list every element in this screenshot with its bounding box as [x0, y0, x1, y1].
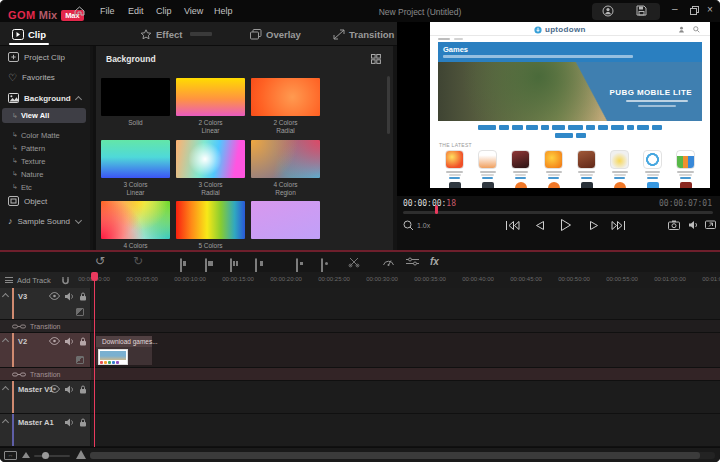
close-button[interactable]: ×: [707, 5, 713, 15]
background-card-5colors[interactable]: 5 Colors: [176, 201, 245, 250]
menu-help[interactable]: Help: [214, 6, 233, 16]
track-lock-icon[interactable]: [79, 292, 87, 301]
background-card-violet[interactable]: [251, 201, 320, 242]
playhead-handle[interactable]: [91, 272, 98, 281]
tab-clip[interactable]: Clip: [12, 22, 46, 46]
track-visibility-icon[interactable]: [49, 337, 60, 345]
timeline-zoom-handle[interactable]: [42, 452, 49, 459]
timeline-ruler[interactable]: Add Track 00:00:00:00 00:00:05:00 00:00:…: [0, 272, 720, 288]
blend-mode-icon[interactable]: [76, 308, 84, 316]
undo-button[interactable]: ↺: [95, 255, 105, 268]
split-clip-button[interactable]: [348, 256, 360, 268]
menu-clip[interactable]: Clip: [156, 6, 172, 16]
background-card-solid[interactable]: Solid: [101, 78, 170, 127]
track-lock-icon[interactable]: [79, 418, 87, 427]
speed-button[interactable]: [382, 256, 395, 267]
track-visibility-icon[interactable]: [49, 292, 60, 300]
transition-row-2[interactable]: Transition: [0, 368, 720, 381]
blend-mode-icon[interactable]: [76, 356, 84, 364]
timeline-clip-download-games[interactable]: Download games...: [95, 335, 153, 366]
redo-button[interactable]: ↻: [133, 255, 143, 268]
track-v2-lane[interactable]: [91, 333, 720, 367]
minimize-button[interactable]: –: [672, 4, 678, 14]
home-icon[interactable]: [74, 6, 85, 16]
track-menu-icon[interactable]: [5, 277, 13, 283]
timeline-zoom-bar: ↔: [0, 447, 720, 462]
fit-timeline-button[interactable]: ↔: [4, 451, 17, 460]
seek-playhead[interactable]: [435, 205, 438, 214]
track-mute-icon[interactable]: [64, 292, 74, 301]
track-master-a1-lane[interactable]: [91, 414, 720, 446]
skip-to-end-button[interactable]: [611, 220, 626, 231]
track-master-v1-header[interactable]: Master V1: [0, 381, 90, 413]
current-timecode: 00:00:00:18: [403, 199, 456, 208]
sidebar-item-sample-sound[interactable]: ♪ Sample Sound: [0, 213, 90, 229]
play-button[interactable]: [560, 218, 572, 232]
background-card-2colors-linear[interactable]: 2 ColorsLinear: [176, 78, 245, 135]
chevron-up-icon[interactable]: [75, 96, 82, 103]
track-visibility-icon[interactable]: [49, 385, 60, 393]
track-mute-icon[interactable]: [64, 337, 74, 346]
grid-view-icon[interactable]: [371, 54, 381, 64]
menu-edit[interactable]: Edit: [128, 6, 144, 16]
sidebar-item-object[interactable]: Object: [0, 193, 90, 209]
track-mute-icon[interactable]: [64, 385, 74, 394]
sidebar-item-background[interactable]: Background: [0, 90, 90, 106]
background-card-3colors-linear[interactable]: 3 ColorsLinear: [101, 140, 170, 197]
sidebar-item-project-clip[interactable]: Project Clip: [0, 49, 90, 65]
track-v3-lane[interactable]: [91, 288, 720, 319]
tab-effect[interactable]: Effect: [140, 22, 212, 46]
zoom-in-icon[interactable]: [76, 450, 86, 459]
background-card-3colors-radial[interactable]: 3 ColorsRadial: [176, 140, 245, 197]
track-master-v1-lane[interactable]: [91, 381, 720, 413]
fullscreen-button[interactable]: [705, 220, 716, 230]
sidebar-subitem-texture[interactable]: ↳ Texture: [0, 155, 90, 167]
zoom-out-icon[interactable]: [22, 452, 30, 458]
adjust-button[interactable]: [406, 257, 419, 266]
previous-frame-button[interactable]: [535, 220, 545, 231]
transition-row-1[interactable]: Transition: [0, 320, 720, 333]
menu-view[interactable]: View: [184, 6, 203, 16]
sidebar-subitem-nature[interactable]: ↳ Nature: [0, 168, 90, 180]
sidebar-subitem-pattern[interactable]: ↳ Pattern: [0, 142, 90, 154]
collapse-track-icon[interactable]: [2, 338, 9, 345]
timecode-frames: 18: [446, 199, 456, 208]
tab-transition[interactable]: Transition: [333, 22, 394, 46]
track-mute-icon[interactable]: [64, 418, 74, 427]
sidebar-subitem-view-all[interactable]: ↳ View All: [2, 108, 86, 123]
background-card-4colors[interactable]: 4 Colors: [101, 201, 170, 250]
track-master-a1-header[interactable]: Master A1: [0, 414, 90, 446]
save-icon[interactable]: [636, 5, 647, 16]
restore-button[interactable]: [690, 6, 699, 15]
sidebar-subitem-color-matte[interactable]: ↳ Color Matte: [0, 129, 90, 141]
sidebar-subitem-etc[interactable]: ↳ Etc: [0, 181, 90, 193]
background-card-2colors-radial[interactable]: 2 ColorsRadial: [251, 78, 320, 135]
background-card-4colors-region[interactable]: 4 ColorsRegion: [251, 140, 320, 197]
effects-fx-button[interactable]: fx: [430, 255, 439, 268]
playhead-line[interactable]: [94, 272, 95, 447]
track-lock-icon[interactable]: [79, 385, 87, 394]
menu-file[interactable]: File: [100, 6, 115, 16]
next-frame-button[interactable]: [589, 220, 599, 231]
snapshot-button[interactable]: [668, 220, 680, 230]
seek-bar[interactable]: [403, 211, 713, 214]
timeline-zoom-slider[interactable]: [34, 455, 70, 457]
tab-overlay[interactable]: Overlay: [250, 22, 301, 46]
timeline-scrollbar[interactable]: [90, 452, 715, 459]
timeline-scrollbar-thumb[interactable]: [90, 452, 700, 459]
collapse-track-icon[interactable]: [2, 386, 9, 393]
collapse-track-icon[interactable]: [2, 293, 9, 300]
magnet-snap-icon[interactable]: [61, 276, 70, 285]
volume-button[interactable]: [688, 220, 699, 230]
track-v2-header[interactable]: V2: [0, 333, 90, 367]
preview-zoom-level[interactable]: 1.0x: [417, 222, 430, 229]
chevron-down-icon[interactable]: [75, 217, 82, 224]
collapse-track-icon[interactable]: [2, 419, 9, 426]
panel-scrollbar[interactable]: [387, 76, 390, 134]
track-v3-header[interactable]: V3: [0, 288, 90, 319]
account-icon[interactable]: [602, 5, 614, 17]
track-lock-icon[interactable]: [79, 337, 87, 346]
skip-to-start-button[interactable]: [505, 220, 520, 231]
sidebar-item-favorites[interactable]: ♡ Favorites: [0, 69, 90, 85]
preview-zoom-icon[interactable]: [403, 220, 414, 231]
